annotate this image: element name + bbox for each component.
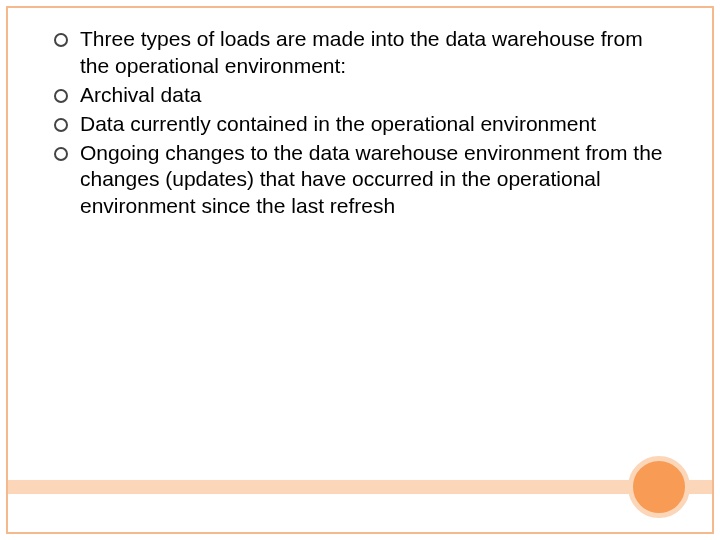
slide-frame: Three types of loads are made into the d… (6, 6, 714, 534)
accent-circle-icon (628, 456, 690, 518)
list-item: Data currently contained in the operatio… (50, 111, 670, 138)
accent-bar (8, 480, 712, 494)
list-item: Three types of loads are made into the d… (50, 26, 670, 80)
list-item: Archival data (50, 82, 670, 109)
slide-content: Three types of loads are made into the d… (8, 8, 712, 220)
list-item: Ongoing changes to the data warehouse en… (50, 140, 670, 221)
bullet-list: Three types of loads are made into the d… (50, 26, 670, 220)
